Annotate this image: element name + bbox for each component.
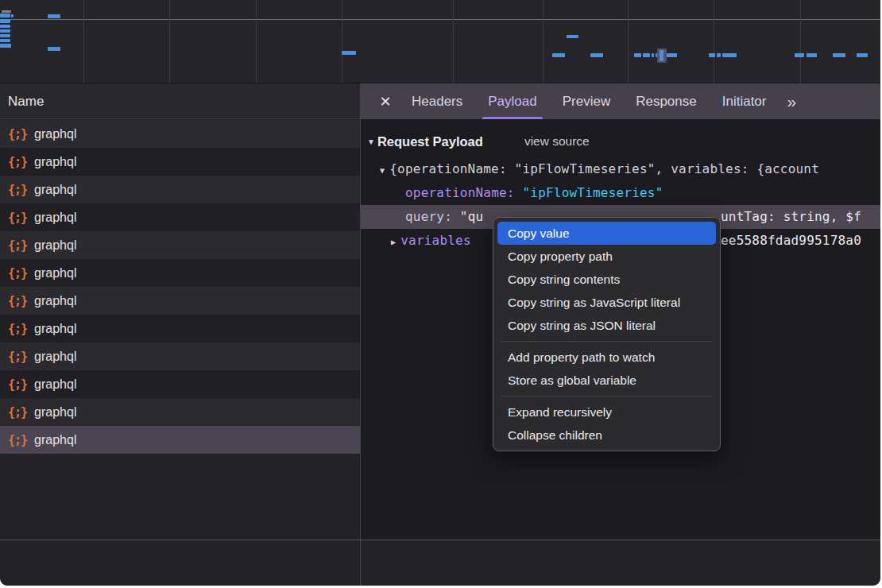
request-name: graphql [34, 155, 76, 169]
request-row-graphql[interactable]: {;}graphql [0, 287, 360, 315]
request-row-graphql[interactable]: {;}graphql [0, 231, 360, 259]
request-timing-bar [833, 53, 845, 57]
request-row-graphql[interactable]: {;}graphql [0, 176, 360, 203]
request-timing-bar [634, 53, 641, 57]
network-overview-timeline[interactable] [0, 0, 880, 83]
request-timing-bar [342, 51, 356, 55]
menu-item-collapse-children[interactable]: Collapse children [493, 424, 720, 447]
request-name: graphql [34, 377, 76, 392]
request-row-graphql[interactable]: {;}graphql [0, 120, 360, 148]
request-row-graphql[interactable]: {;}graphql [0, 203, 360, 231]
request-list: {;}graphql {;}graphql {;}graphql {;}grap… [0, 120, 360, 454]
menu-item-expand-recursively[interactable]: Expand recursively [493, 400, 720, 424]
timeline-gridline [628, 0, 629, 83]
json-braces-icon: {;} [8, 294, 27, 308]
request-timing-bar [567, 35, 578, 38]
menu-item-copy-string-json-literal[interactable]: Copy string as JSON literal [493, 314, 720, 337]
request-timing-bar [552, 53, 565, 57]
menu-item-copy-property-path[interactable]: Copy property path [493, 245, 720, 268]
devtools-window: Name {;}graphql {;}graphql {;}graphql {;… [0, 0, 880, 586]
request-timing-bar [0, 14, 10, 17]
timeline-gridline [543, 0, 544, 83]
request-timing-bar [0, 19, 10, 23]
json-braces-icon: {;} [8, 183, 27, 197]
request-timing-bar [643, 53, 650, 57]
timeline-gridline [453, 0, 454, 83]
menu-item-copy-string-js-literal[interactable]: Copy string as JavaScript literal [493, 291, 720, 314]
section-title: Request Payload [377, 134, 483, 149]
timeline-hover-marker-bar [660, 50, 663, 61]
request-row-graphql-selected[interactable]: {;}graphql [0, 426, 360, 454]
tree-row-operation-name[interactable]: operationName: "ipFlowTimeseries" [361, 181, 880, 205]
menu-item-store-as-global-variable[interactable]: Store as global variable [493, 369, 720, 392]
request-row-graphql[interactable]: {;}graphql [0, 370, 360, 398]
request-timing-bar [0, 39, 10, 42]
view-source-link[interactable]: view source [524, 134, 590, 149]
request-timing-bar [48, 47, 60, 51]
detail-tabbar: ✕ Headers Payload Preview Response Initi… [361, 83, 880, 119]
property-value-right: ee5588fdad995178a0 [721, 229, 861, 253]
request-row-graphql[interactable]: {;}graphql [0, 342, 360, 370]
timeline-gridline [800, 0, 801, 83]
timeline-gridline [169, 0, 170, 83]
request-timing-bar [709, 53, 715, 57]
request-timing-bar [0, 25, 10, 28]
request-name: graphql [34, 433, 76, 447]
collapsed-triangle-icon[interactable]: ▶ [391, 238, 396, 246]
request-row-graphql[interactable]: {;}graphql [0, 315, 360, 342]
json-braces-icon: {;} [8, 350, 27, 364]
property-value-left: "qu [460, 209, 484, 224]
request-timing-bar [722, 53, 737, 57]
menu-item-add-property-path-to-watch[interactable]: Add property path to watch [493, 346, 720, 369]
tree-row-root[interactable]: ▼{operationName: "ipFlowTimeseries", var… [361, 157, 880, 181]
property-key: operationName: [405, 185, 515, 200]
name-column-label: Name [8, 94, 44, 110]
json-braces-icon: {;} [8, 238, 27, 253]
request-timing-bar [807, 53, 817, 57]
tab-payload[interactable]: Payload [488, 83, 536, 119]
more-tabs-icon[interactable]: » [787, 92, 796, 111]
request-timing-bar [652, 53, 654, 57]
request-name: graphql [34, 183, 76, 197]
json-braces-icon: {;} [8, 322, 27, 336]
summary-bar-divider [0, 540, 880, 540]
request-timing-bar [857, 53, 868, 57]
request-timing-bar [717, 53, 721, 57]
request-name: graphql [34, 211, 76, 225]
section-expanded-icon[interactable]: ▼ [367, 137, 375, 146]
json-braces-icon: {;} [8, 377, 27, 392]
request-row-graphql[interactable]: {;}graphql [0, 148, 360, 176]
tab-response[interactable]: Response [636, 83, 697, 119]
json-braces-icon: {;} [8, 155, 27, 169]
property-key: variables [400, 233, 471, 248]
request-row-graphql[interactable]: {;}graphql [0, 398, 360, 426]
request-name: graphql [34, 266, 76, 280]
request-timing-bar [11, 14, 14, 17]
request-row-graphql[interactable]: {;}graphql [0, 259, 360, 287]
request-name: graphql [34, 350, 76, 364]
request-timing-bar [590, 53, 603, 57]
request-name: graphql [34, 294, 76, 308]
tab-preview[interactable]: Preview [563, 83, 610, 119]
request-timing-bar [0, 29, 10, 33]
tab-headers[interactable]: Headers [412, 83, 462, 119]
json-braces-icon: {;} [8, 405, 27, 420]
tab-initiator[interactable]: Initiator [722, 83, 767, 119]
json-braces-icon: {;} [8, 127, 27, 141]
context-menu: Copy value Copy property path Copy strin… [493, 217, 721, 451]
menu-item-copy-value[interactable]: Copy value [497, 222, 716, 245]
expanded-triangle-icon[interactable]: ▼ [380, 166, 385, 175]
timeline-gridline [342, 0, 342, 83]
property-value: "ipFlowTimeseries" [523, 185, 663, 200]
menu-item-copy-string-contents[interactable]: Copy string contents [493, 268, 720, 291]
request-name: graphql [34, 238, 76, 253]
menu-separator [501, 341, 712, 342]
request-timing-bar [795, 53, 804, 57]
timeline-baseline [0, 19, 880, 20]
json-braces-icon: {;} [8, 211, 27, 225]
request-payload-header: ▼ Request Payload view source [361, 126, 880, 157]
name-column-header[interactable]: Name [0, 84, 360, 119]
request-timing-bar [48, 14, 60, 18]
close-icon[interactable]: ✕ [372, 93, 399, 110]
menu-separator [501, 396, 712, 397]
